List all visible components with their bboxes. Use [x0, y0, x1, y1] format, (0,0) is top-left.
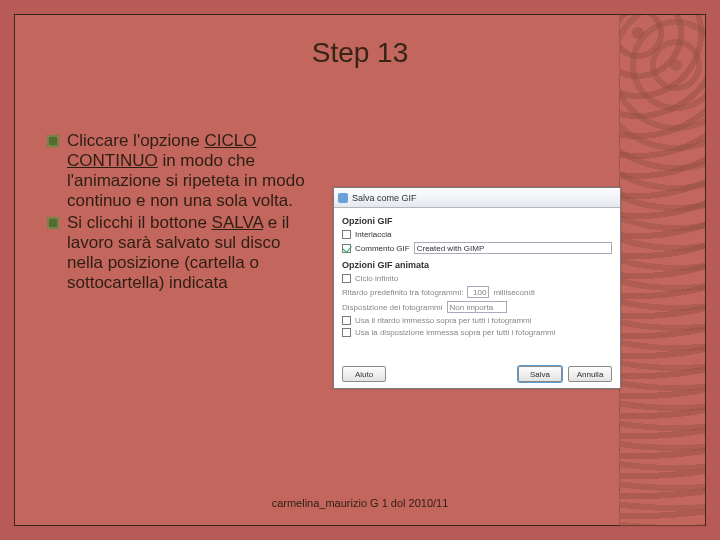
checkbox-delay-all-label: Usa il ritardo immesso sopra per tutti i… — [355, 316, 532, 325]
option-delay-row: Ritardo predefinito tra fotogrammi: 100 … — [342, 286, 612, 298]
app-icon — [338, 193, 348, 203]
bullet-icon — [47, 217, 59, 229]
dialog-title-text: Salva come GIF — [352, 193, 417, 203]
checkbox-dispose-all[interactable] — [342, 328, 351, 337]
option-interlace-label: Interlaccia — [355, 230, 391, 239]
help-button[interactable]: Aiuto — [342, 366, 386, 382]
decorative-pattern — [619, 15, 705, 527]
slide-footer: carmelina_maurizio G 1 dol 2010/11 — [15, 497, 705, 509]
option-comment-row: Commento GIF Created with GIMP — [342, 242, 612, 254]
save-button[interactable]: Salva — [518, 366, 562, 382]
cancel-button[interactable]: Annulla — [568, 366, 612, 382]
section-label-gif-options: Opzioni GIF — [342, 216, 612, 226]
dialog-body: Opzioni GIF Interlaccia Commento GIF Cre… — [334, 208, 620, 344]
dialog-button-bar: Aiuto Salva Annulla — [334, 366, 620, 382]
svg-rect-2 — [47, 217, 59, 229]
checkbox-interlace[interactable] — [342, 230, 351, 239]
option-loop-label: Ciclo infinito — [355, 274, 398, 283]
checkbox-dispose-all-label: Usa la disposizione immessa sopra per tu… — [355, 328, 556, 337]
list-item: Cliccare l'opzione CICLO CONTINUO in mod… — [55, 131, 311, 211]
list-item: Si clicchi il bottone SALVA e il lavoro … — [55, 213, 311, 293]
option-interlace-row: Interlaccia — [342, 230, 612, 239]
slide-inner-frame: Step 13 Cliccare l'opzione CICLO CONTINU… — [14, 14, 706, 526]
section-label-animated-gif: Opzioni GIF animata — [342, 260, 612, 270]
bullet-list: Cliccare l'opzione CICLO CONTINUO in mod… — [55, 131, 311, 295]
slide-title: Step 13 — [15, 37, 705, 69]
delay-input[interactable]: 100 — [467, 286, 489, 298]
option-delay-all-row: Usa il ritardo immesso sopra per tutti i… — [342, 316, 612, 325]
dispose-select[interactable]: Non importa — [447, 301, 507, 313]
dialog-titlebar: Salva come GIF — [334, 188, 620, 208]
slide: Step 13 Cliccare l'opzione CICLO CONTINU… — [0, 0, 720, 540]
list-item-text-pre: Cliccare l'opzione — [67, 131, 204, 150]
delay-unit: millisecondi — [493, 288, 534, 297]
checkbox-delay-all[interactable] — [342, 316, 351, 325]
list-item-text-underline: SALVA — [212, 213, 263, 232]
option-dispose-all-row: Usa la disposizione immessa sopra per tu… — [342, 328, 612, 337]
bullet-icon — [47, 135, 59, 147]
option-dispose-row: Disposizione dei fotogrammi Non importa — [342, 301, 612, 313]
dialog-save-as-gif: Salva come GIF Opzioni GIF Interlaccia C… — [333, 187, 621, 389]
comment-input[interactable]: Created with GIMP — [414, 242, 612, 254]
checkbox-loop-infinite[interactable] — [342, 274, 351, 283]
list-item-text-pre: Si clicchi il bottone — [67, 213, 212, 232]
svg-rect-0 — [47, 135, 59, 147]
option-loop-row: Ciclo infinito — [342, 274, 612, 283]
option-comment-label: Commento GIF — [355, 244, 410, 253]
dispose-label: Disposizione dei fotogrammi — [342, 303, 443, 312]
delay-label: Ritardo predefinito tra fotogrammi: — [342, 288, 463, 297]
checkbox-comment[interactable] — [342, 244, 351, 253]
